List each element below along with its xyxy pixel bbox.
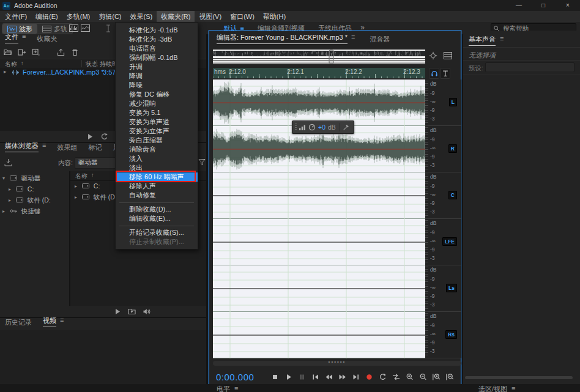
- panel-menu-icon[interactable]: ≡: [234, 385, 238, 392]
- favorites-menu-item[interactable]: 编辑收藏(E)...: [116, 214, 198, 223]
- fast-forward-button[interactable]: [337, 372, 347, 381]
- menubar-item[interactable]: 帮助(H): [259, 11, 290, 22]
- channel-c-waveform[interactable]: [213, 172, 425, 219]
- menubar-item[interactable]: 多轨(M): [62, 11, 95, 22]
- favorites-menu-item[interactable]: 删除收藏(D)...: [116, 205, 198, 214]
- time-selection-tool-icon[interactable]: [103, 24, 113, 32]
- channel-lfe-waveform[interactable]: [213, 219, 425, 265]
- channel-rs-waveform[interactable]: [213, 312, 425, 358]
- favorites-menu-item[interactable]: 变换为 5.1: [116, 108, 198, 117]
- tree-chevron-icon[interactable]: ▾: [2, 176, 8, 181]
- open-folder-icon[interactable]: [2, 48, 12, 56]
- media-tree-row[interactable]: ▸ C:: [0, 184, 69, 195]
- favorites-menu-item[interactable]: 移除人声: [116, 182, 198, 191]
- media-tree-row[interactable]: ▸ 快捷键: [0, 206, 69, 217]
- panel-menu-icon[interactable]: ≡: [500, 35, 504, 46]
- media-import-icon[interactable]: [3, 158, 13, 166]
- tree-chevron-icon[interactable]: ▸: [75, 194, 80, 200]
- record-button[interactable]: [364, 372, 374, 381]
- marker-pin-icon[interactable]: [440, 68, 450, 79]
- content-dropdown[interactable]: 驱动器: [75, 157, 121, 169]
- panel-scrollbar[interactable]: [465, 376, 573, 379]
- show-spectral-icon[interactable]: [80, 24, 91, 32]
- favorites-menu-item[interactable]: 升调: [116, 62, 198, 72]
- favorites-menu-item[interactable]: 减少混响: [116, 99, 198, 108]
- favorites-menu-item[interactable]: 停止录制收藏(P)...: [116, 237, 198, 246]
- media-tree-row[interactable]: ▸ 软件 (D:: [0, 195, 69, 206]
- favorites-menu-item[interactable]: 标准化为 -3dB: [116, 35, 198, 44]
- files-panel-tab[interactable]: 收藏夹≡: [32, 33, 63, 45]
- history-panel-tab[interactable]: 视频≡: [38, 315, 70, 329]
- tree-chevron-icon[interactable]: ▸: [2, 209, 8, 214]
- maximize-button[interactable]: □: [531, 0, 556, 11]
- menubar-item[interactable]: 视图(V): [195, 11, 226, 22]
- multitrack-view-button[interactable]: 多轨: [37, 24, 72, 34]
- panel-menu-icon[interactable]: ≡: [511, 385, 515, 392]
- panel-menu-icon[interactable]: ≡: [22, 32, 26, 43]
- overview-strip[interactable]: [213, 50, 425, 64]
- loop-icon[interactable]: [99, 132, 109, 141]
- headphone-monitor-icon[interactable]: [429, 68, 439, 79]
- media-list-header[interactable]: 名称: [75, 172, 87, 180]
- favorites-menu-item[interactable]: 变换为单声道: [116, 117, 198, 127]
- channel-l-waveform[interactable]: [213, 80, 425, 126]
- favorites-menu-item[interactable]: 电话语音: [116, 44, 198, 53]
- zoom-out-full-button[interactable]: [445, 372, 455, 381]
- favorites-menu-item[interactable]: [116, 223, 198, 228]
- menubar-item[interactable]: 收藏夹(R): [157, 11, 195, 22]
- close-button[interactable]: ×: [556, 0, 580, 11]
- skip-to-end-button[interactable]: [351, 372, 360, 381]
- favorites-menu-item[interactable]: 强制限幅 -0.1dB: [116, 53, 198, 62]
- levels-panel-tab[interactable]: 电平: [217, 385, 230, 392]
- filter-funnel-icon[interactable]: [197, 158, 207, 166]
- favorites-menu-item[interactable]: 修复 DC 偏移: [116, 90, 198, 99]
- hud-grip-icon[interactable]: [295, 124, 297, 131]
- gain-knob-icon[interactable]: [308, 124, 316, 131]
- horizontal-zoom-scrollbar[interactable]: ••••••: [213, 361, 461, 366]
- media-tree-row[interactable]: ▾ 驱动器: [0, 173, 69, 184]
- open-into-icon[interactable]: [127, 307, 136, 316]
- new-content-icon[interactable]: [31, 48, 40, 56]
- favorites-menu-item[interactable]: 标准化为 -0.1dB: [116, 26, 198, 35]
- favorites-menu-item[interactable]: 自动修复: [116, 191, 198, 200]
- tree-chevron-icon[interactable]: ▸: [9, 187, 14, 192]
- channel-badge-l[interactable]: L: [449, 98, 457, 106]
- zoom-out-button[interactable]: [418, 372, 428, 381]
- minimize-button[interactable]: —: [507, 0, 531, 11]
- panel-menu-icon[interactable]: ≡: [351, 33, 355, 44]
- channel-ls-waveform[interactable]: [213, 265, 425, 312]
- import-basket-icon[interactable]: [56, 48, 65, 56]
- stop-button[interactable]: [270, 372, 280, 381]
- zoom-in-selection-button[interactable]: [431, 372, 441, 381]
- editor-tab[interactable]: 编辑器: Forever Young - BLACKPINK.mp3 * ≡: [212, 32, 361, 46]
- skip-to-start-button[interactable]: [310, 372, 320, 381]
- tree-chevron-icon[interactable]: ▸: [9, 198, 14, 203]
- loop-playback-button[interactable]: [377, 372, 387, 381]
- skip-selection-button[interactable]: [391, 372, 401, 381]
- menubar-item[interactable]: 效果(S): [126, 11, 157, 22]
- show-waveform-icon[interactable]: [69, 24, 79, 32]
- speaker-icon[interactable]: [141, 307, 151, 316]
- favorites-menu-item[interactable]: 降调: [116, 72, 198, 81]
- panel-menu-icon[interactable]: ≡: [60, 316, 64, 327]
- channel-badge-r[interactable]: R: [448, 144, 457, 153]
- favorites-menu-item[interactable]: 淡入: [116, 154, 198, 163]
- play-button[interactable]: [283, 372, 293, 381]
- gain-hud[interactable]: +0 dB: [292, 120, 354, 134]
- panel-list-icon[interactable]: [442, 51, 453, 61]
- channel-badge-rs[interactable]: Rs: [445, 330, 457, 339]
- favorites-menu-item[interactable]: 开始记录收藏(S)...: [116, 228, 198, 237]
- tree-chevron-icon[interactable]: ▸: [75, 183, 80, 189]
- channel-badge-lfe[interactable]: LFE: [442, 237, 457, 246]
- favorites-menu-item[interactable]: 消除齿音: [116, 145, 198, 154]
- selection-view-panel-tab[interactable]: 选区/视图: [478, 385, 507, 392]
- zoom-in-button[interactable]: [404, 372, 414, 381]
- channel-badge-c[interactable]: C: [448, 191, 457, 199]
- menubar-item[interactable]: 编辑(E): [31, 11, 62, 22]
- favorites-menu-item[interactable]: 旁白压缩器: [116, 136, 198, 145]
- files-panel-tab[interactable]: 文件≡: [0, 31, 32, 45]
- media-browser-tab[interactable]: 媒体浏览器≡: [0, 140, 52, 154]
- play-icon[interactable]: [112, 307, 122, 316]
- favorites-menu-item[interactable]: 变换为立体声: [116, 127, 198, 136]
- media-browser-tab[interactable]: 效果组≡: [52, 142, 83, 154]
